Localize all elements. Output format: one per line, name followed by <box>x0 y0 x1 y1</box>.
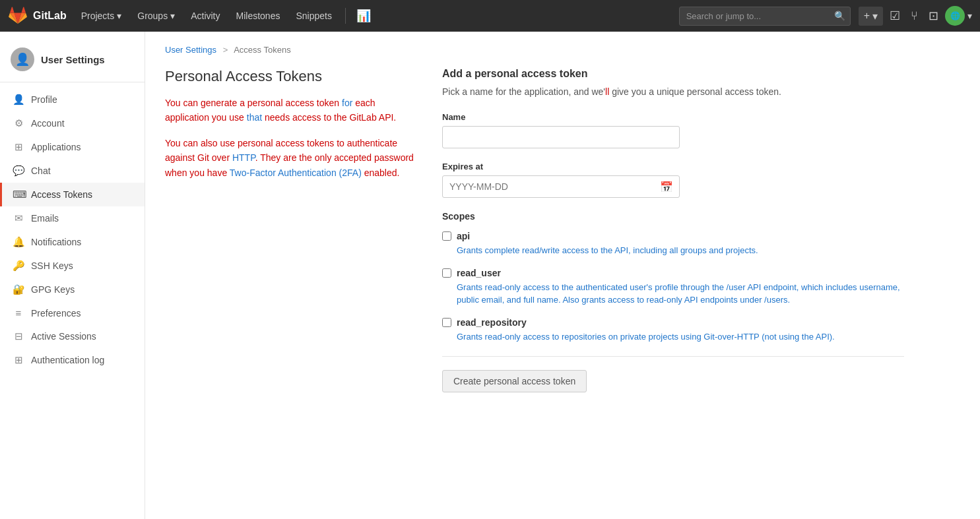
sidebar-item-label: Emails <box>31 213 59 224</box>
merge-requests-icon-button[interactable]: ⑂ <box>907 5 922 27</box>
sidebar-item-auth-log[interactable]: ⊞ Authentication log <box>0 348 145 372</box>
sidebar-item-chat[interactable]: 💬 Chat <box>0 159 145 183</box>
scope-api: api Grants complete read/write access to… <box>442 231 904 257</box>
sidebar-item-label: Authentication log <box>31 355 104 365</box>
info-paragraph-2: You can also use personal access tokens … <box>165 136 416 180</box>
sidebar-item-label: SSH Keys <box>31 260 73 271</box>
info-p2-2fa-link[interactable]: Two-Factor Authentication (2FA) <box>230 168 362 178</box>
sidebar-item-label: GPG Keys <box>31 284 75 295</box>
form-section-title: Add a personal access token <box>442 68 904 80</box>
user-person-icon: 👤 <box>15 52 30 67</box>
sidebar-item-preferences[interactable]: ≡ Preferences <box>0 301 145 324</box>
page-layout: 👤 User Settings 👤 Profile ⚙ Account ⊞ Ap… <box>0 32 980 519</box>
activity-link[interactable]: Activity <box>184 8 226 24</box>
sidebar-item-label: Chat <box>31 166 51 176</box>
name-input[interactable] <box>442 126 680 148</box>
date-input-wrapper: 📅 <box>442 175 680 198</box>
sidebar-item-profile[interactable]: 👤 Profile <box>0 88 145 111</box>
main-content: User Settings > Access Tokens Personal A… <box>145 32 980 519</box>
milestones-link[interactable]: Milestones <box>230 8 287 24</box>
expires-field-group: Expires at 📅 <box>442 162 904 198</box>
scope-read-repository-checkbox[interactable] <box>442 318 451 327</box>
sidebar-item-access-tokens[interactable]: ⌨ Access Tokens <box>0 183 145 206</box>
snippets-link[interactable]: Snippets <box>289 8 338 24</box>
scopes-label: Scopes <box>442 211 904 222</box>
breadcrumb: User Settings > Access Tokens <box>165 45 960 55</box>
chart-icon-button[interactable]: 📊 <box>352 5 375 27</box>
preferences-icon: ≡ <box>13 307 24 319</box>
info-paragraph-1: You can generate a personal access token… <box>165 96 416 125</box>
notifications-icon: 🔔 <box>13 236 24 248</box>
projects-menu[interactable]: Projects ▾ <box>75 8 129 24</box>
scope-api-checkbox[interactable] <box>442 231 451 241</box>
left-column: Personal Access Tokens You can generate … <box>165 68 416 392</box>
sidebar-item-notifications[interactable]: 🔔 Notifications <box>0 230 145 254</box>
scope-read-user-name: read_user <box>457 268 501 278</box>
info-p1-link-that[interactable]: that <box>247 112 262 123</box>
sidebar-item-active-sessions[interactable]: ⊟ Active Sessions <box>0 324 145 348</box>
right-column: Add a personal access token Pick a name … <box>442 68 904 392</box>
expires-input[interactable] <box>442 175 680 198</box>
info-p2-http-link[interactable]: HTTP <box>232 152 255 163</box>
sidebar-item-ssh-keys[interactable]: 🔑 SSH Keys <box>0 254 145 278</box>
breadcrumb-parent-link[interactable]: User Settings <box>165 45 216 55</box>
scope-read-repository: read_repository Grants read-only access … <box>442 317 904 344</box>
nav-divider <box>345 8 346 24</box>
groups-menu[interactable]: Groups ▾ <box>131 8 181 24</box>
scope-read-user-description: Grants read-only access to the authentic… <box>442 281 904 307</box>
sidebar-item-label: Notifications <box>31 237 81 247</box>
content-area: Personal Access Tokens You can generate … <box>165 68 960 392</box>
breadcrumb-current: Access Tokens <box>234 45 290 55</box>
issues-icon-button[interactable]: ⊡ <box>925 5 942 27</box>
plus-create-button[interactable]: + ▾ <box>859 7 883 26</box>
breadcrumb-separator: > <box>223 45 228 55</box>
user-menu-chevron-icon[interactable]: ▾ <box>967 11 972 21</box>
sidebar-item-emails[interactable]: ✉ Emails <box>0 206 145 230</box>
gpg-keys-icon: 🔐 <box>13 284 24 295</box>
sidebar-item-label: Account <box>31 118 65 129</box>
gitlab-logo[interactable]: GitLab <box>8 6 67 26</box>
info-p1-text1: You can generate a personal access token <box>165 98 342 108</box>
info-p1-link-for[interactable]: for <box>342 98 352 108</box>
calendar-icon[interactable]: 📅 <box>660 181 673 193</box>
plus-icon: + <box>864 10 870 22</box>
search-container: 🔍 <box>679 7 851 26</box>
page-title: Personal Access Tokens <box>165 68 416 85</box>
sidebar-item-account[interactable]: ⚙ Account <box>0 111 145 135</box>
sidebar-avatar: 👤 <box>11 47 34 71</box>
scope-read-repository-description: Grants read-only access to repositories … <box>442 330 904 344</box>
sidebar-item-applications[interactable]: ⊞ Applications <box>0 135 145 159</box>
scope-api-description: Grants complete read/write access to the… <box>442 244 904 257</box>
top-navigation: GitLab Projects ▾ Groups ▾ Activity Mile… <box>0 0 980 32</box>
emails-icon: ✉ <box>13 212 24 224</box>
topnav-right-actions: + ▾ ☑ ⑂ ⊡ 🌐 ▾ <box>859 5 972 27</box>
avatar-icon: 🌐 <box>950 11 960 20</box>
form-divider <box>442 356 904 357</box>
sidebar-item-gpg-keys[interactable]: 🔐 GPG Keys <box>0 278 145 301</box>
sidebar-item-label: Profile <box>31 94 57 105</box>
create-token-button[interactable]: Create personal access token <box>442 370 587 392</box>
groups-chevron-icon: ▾ <box>170 11 175 21</box>
scope-read-repository-header: read_repository <box>442 317 904 328</box>
name-field-group: Name <box>442 112 904 148</box>
active-sessions-icon: ⊟ <box>13 330 24 342</box>
scope-api-name: api <box>457 231 470 241</box>
user-avatar[interactable]: 🌐 <box>945 6 965 26</box>
gitlab-logo-icon <box>8 6 28 26</box>
scope-read-user: read_user Grants read-only access to the… <box>442 268 904 307</box>
access-tokens-icon: ⌨ <box>13 189 24 200</box>
todo-icon-button[interactable]: ☑ <box>886 5 904 27</box>
scopes-group: Scopes api Grants complete read/write ac… <box>442 211 904 343</box>
form-subtitle: Pick a name for the application, and we'… <box>442 85 904 99</box>
name-label: Name <box>442 112 904 122</box>
sidebar-item-label: Access Tokens <box>31 189 92 200</box>
auth-log-icon: ⊞ <box>13 354 24 366</box>
scope-api-header: api <box>442 231 904 241</box>
applications-icon: ⊞ <box>13 141 24 153</box>
projects-chevron-icon: ▾ <box>117 11 121 21</box>
scope-read-repository-name: read_repository <box>457 317 527 328</box>
search-input[interactable] <box>679 7 851 26</box>
sidebar-item-label: Applications <box>31 142 81 152</box>
scope-read-user-checkbox[interactable] <box>442 268 451 278</box>
plus-chevron-icon: ▾ <box>872 10 878 22</box>
